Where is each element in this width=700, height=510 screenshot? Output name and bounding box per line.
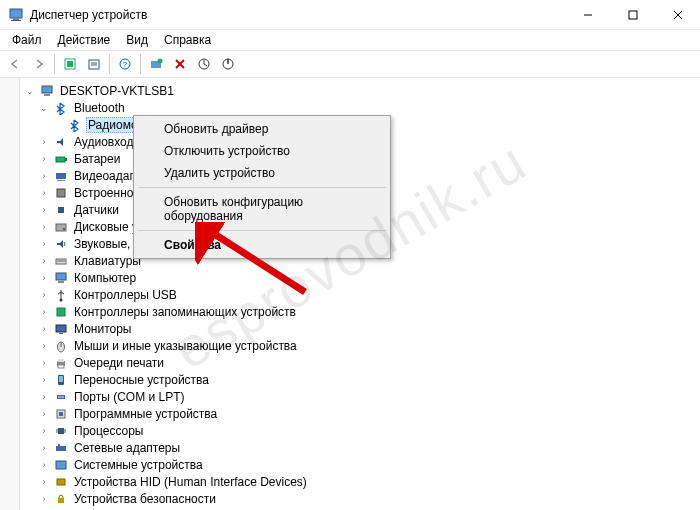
- tree-category[interactable]: ›Мыши и иные указывающие устройства: [24, 337, 700, 354]
- menu-action[interactable]: Действие: [50, 31, 119, 49]
- forward-button[interactable]: [28, 53, 50, 75]
- tree-label: Переносные устройства: [72, 373, 211, 387]
- svg-rect-41: [58, 359, 64, 362]
- sensor-icon: [53, 202, 69, 218]
- svg-rect-44: [59, 376, 63, 382]
- tree-label: Компьютер: [72, 271, 138, 285]
- context-menu-disable[interactable]: Отключить устройство: [136, 140, 388, 162]
- tree-category[interactable]: ›Устройства безопасности: [24, 490, 700, 507]
- action-pane-strip: [0, 78, 20, 510]
- expand-icon[interactable]: ›: [38, 239, 50, 249]
- svg-rect-2: [11, 20, 21, 21]
- tree-category[interactable]: ›Компьютер: [24, 269, 700, 286]
- tree-label: Датчики: [72, 203, 121, 217]
- context-menu-update-driver[interactable]: Обновить драйвер: [136, 118, 388, 140]
- tree-label: Программные устройства: [72, 407, 219, 421]
- expand-icon[interactable]: ›: [38, 137, 50, 147]
- back-button[interactable]: [4, 53, 26, 75]
- expand-icon[interactable]: ›: [38, 205, 50, 215]
- tree-label: Системные устройства: [72, 458, 205, 472]
- svg-point-48: [62, 396, 64, 398]
- hid-icon: [53, 474, 69, 490]
- context-menu: Обновить драйвер Отключить устройство Уд…: [133, 115, 391, 259]
- tree-category[interactable]: ›Очереди печати: [24, 354, 700, 371]
- svg-rect-28: [56, 224, 66, 231]
- tree-category[interactable]: ›Процессоры: [24, 422, 700, 439]
- context-menu-properties[interactable]: Свойства: [136, 234, 388, 256]
- tree-label: Аудиовход: [72, 135, 136, 149]
- svg-text:?: ?: [123, 60, 128, 69]
- tree-category[interactable]: ›Порты (COM и LPT): [24, 388, 700, 405]
- expand-icon[interactable]: ›: [38, 307, 50, 317]
- tree-label: DESKTOP-VKTLSB1: [58, 84, 176, 98]
- expand-icon[interactable]: ›: [38, 392, 50, 402]
- tree-category[interactable]: ›Контроллеры USB: [24, 286, 700, 303]
- tree-root[interactable]: ⌄DESKTOP-VKTLSB1: [24, 82, 700, 99]
- update-driver-button[interactable]: [193, 53, 215, 75]
- tree-category[interactable]: ›Переносные устройства: [24, 371, 700, 388]
- tree-category[interactable]: ›Устройства HID (Human Interface Devices…: [24, 473, 700, 490]
- uninstall-button[interactable]: [169, 53, 191, 75]
- maximize-button[interactable]: [610, 0, 655, 29]
- storage-controller-icon: [53, 304, 69, 320]
- expand-icon[interactable]: ›: [38, 290, 50, 300]
- svg-rect-56: [56, 446, 66, 451]
- expand-icon[interactable]: ›: [38, 375, 50, 385]
- window-title: Диспетчер устройств: [30, 8, 565, 22]
- expand-icon[interactable]: ›: [38, 477, 50, 487]
- toolbar-divider: [109, 54, 110, 74]
- expand-icon[interactable]: ›: [38, 341, 50, 351]
- svg-rect-24: [56, 173, 66, 179]
- tree-category[interactable]: ›Контроллеры запоминающих устройств: [24, 303, 700, 320]
- system-device-icon: [53, 457, 69, 473]
- tree-category[interactable]: ›Программные устройства: [24, 405, 700, 422]
- minimize-button[interactable]: [565, 0, 610, 29]
- menu-help[interactable]: Справка: [156, 31, 219, 49]
- properties-button[interactable]: [83, 53, 105, 75]
- collapse-icon[interactable]: ⌄: [38, 103, 50, 113]
- context-menu-refresh[interactable]: Обновить конфигурацию оборудования: [136, 191, 388, 227]
- svg-rect-51: [58, 428, 64, 434]
- expand-icon[interactable]: ›: [38, 409, 50, 419]
- expand-icon[interactable]: ›: [38, 324, 50, 334]
- tree-label: Сетевые адаптеры: [72, 441, 182, 455]
- context-menu-remove[interactable]: Удалить устройство: [136, 162, 388, 184]
- disable-button[interactable]: [217, 53, 239, 75]
- svg-rect-22: [56, 157, 65, 162]
- monitor-icon: [53, 321, 69, 337]
- tree-category[interactable]: ›Сетевые адаптеры: [24, 439, 700, 456]
- expand-icon[interactable]: ›: [38, 426, 50, 436]
- scan-hardware-button[interactable]: [145, 53, 167, 75]
- expand-icon[interactable]: ›: [38, 188, 50, 198]
- expand-icon[interactable]: ›: [38, 222, 50, 232]
- expand-icon[interactable]: ›: [38, 494, 50, 504]
- svg-point-15: [158, 59, 163, 64]
- tree-category[interactable]: ›Системные устройства: [24, 456, 700, 473]
- expand-icon[interactable]: ›: [38, 256, 50, 266]
- menu-file[interactable]: Файл: [4, 31, 50, 49]
- network-adapter-icon: [53, 440, 69, 456]
- printer-icon: [53, 355, 69, 371]
- tree-category[interactable]: ›Мониторы: [24, 320, 700, 337]
- tree-label: Батареи: [72, 152, 122, 166]
- disk-icon: [53, 219, 69, 235]
- svg-rect-58: [56, 461, 66, 469]
- expand-icon[interactable]: ›: [38, 460, 50, 470]
- expand-icon[interactable]: ›: [38, 171, 50, 181]
- expand-icon[interactable]: ›: [38, 273, 50, 283]
- expand-icon[interactable]: ›: [38, 154, 50, 164]
- expand-icon[interactable]: ›: [38, 358, 50, 368]
- tree-category-bluetooth[interactable]: ⌄Bluetooth: [24, 99, 700, 116]
- port-icon: [53, 389, 69, 405]
- menu-view[interactable]: Вид: [118, 31, 156, 49]
- svg-point-29: [63, 228, 65, 230]
- title-bar: Диспетчер устройств: [0, 0, 700, 30]
- expand-icon[interactable]: ›: [38, 443, 50, 453]
- help-button[interactable]: ?: [114, 53, 136, 75]
- close-button[interactable]: [655, 0, 700, 29]
- svg-rect-37: [59, 333, 63, 334]
- svg-rect-32: [56, 273, 66, 280]
- tree-label: Контроллеры запоминающих устройств: [72, 305, 298, 319]
- show-hidden-button[interactable]: [59, 53, 81, 75]
- collapse-icon[interactable]: ⌄: [24, 86, 36, 96]
